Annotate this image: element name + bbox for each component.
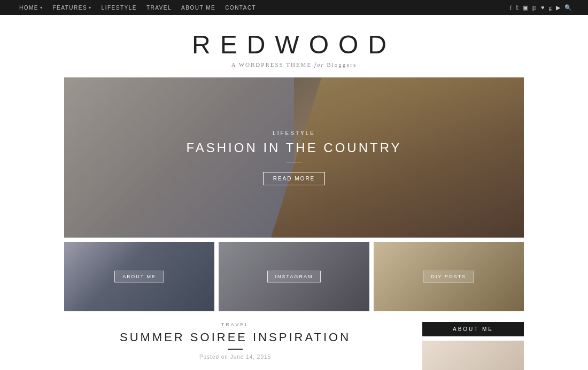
hero-title: FASHION IN THE COUNTRY (186, 140, 401, 155)
twitter-icon[interactable]: 𝕥 (516, 4, 519, 11)
sidebar-about-me-title: ABOUT ME (422, 322, 524, 336)
site-title: REDWOOD (0, 30, 588, 59)
sidebar: ABOUT ME (422, 322, 524, 370)
main-nav: HOME ▾ FEATURES ▾ LIFESTYLE TRAVEL ABOUT… (0, 0, 588, 15)
facebook-icon[interactable]: f (509, 4, 512, 11)
nav-travel[interactable]: TRAVEL (143, 5, 175, 11)
thumbnail-about-me[interactable]: ABOUT ME (64, 242, 214, 311)
googleplus-icon[interactable]: g (549, 4, 552, 11)
thumbnail-diy-label: DIY POSTS (423, 271, 474, 282)
instagram-icon[interactable]: ▣ (523, 4, 528, 11)
heart-icon[interactable]: ♥ (541, 4, 545, 11)
social-icons: f 𝕥 ▣ 𝕡 ♥ g ▶ 🔍 (509, 4, 572, 11)
post-category: TRAVEL (64, 322, 406, 327)
main-content: TRAVEL SUMMER SOIREE INSPIRATION Posted … (64, 322, 406, 370)
thumbnail-instagram-label: INSTAGRAM (267, 271, 321, 282)
nav-lifestyle[interactable]: LIFESTYLE (98, 5, 140, 11)
hero-overlay: LIFESTYLE FASHION IN THE COUNTRY READ MO… (64, 77, 524, 238)
hero-divider (286, 162, 302, 162)
thumbnail-diy-posts[interactable]: DIY POSTS (374, 242, 524, 311)
thumbnail-instagram[interactable]: INSTAGRAM (219, 242, 369, 311)
search-icon[interactable]: 🔍 (564, 4, 572, 11)
home-chevron-icon: ▾ (40, 5, 43, 10)
features-chevron-icon: ▾ (89, 5, 92, 10)
thumbnail-about-me-label: ABOUT ME (114, 271, 164, 282)
rss-icon[interactable]: ▶ (556, 4, 560, 11)
site-tagline: A WORDPRESS THEME for Bloggers (0, 61, 588, 68)
nav-about[interactable]: ABOUT ME (178, 5, 219, 11)
hero-read-more-button[interactable]: READ MORE (263, 172, 326, 185)
hero-category: LIFESTYLE (273, 130, 315, 136)
nav-links: HOME ▾ FEATURES ▾ LIFESTYLE TRAVEL ABOUT… (16, 5, 259, 11)
hero-image: LIFESTYLE FASHION IN THE COUNTRY READ MO… (64, 77, 524, 238)
thumbnail-grid: ABOUT ME INSTAGRAM DIY POSTS (64, 242, 524, 311)
nav-contact[interactable]: CONTACT (222, 5, 259, 11)
nav-home[interactable]: HOME ▾ (16, 5, 47, 11)
sidebar-about-me-image (422, 341, 524, 370)
pinterest-icon[interactable]: 𝕡 (532, 4, 537, 11)
post-divider (228, 349, 243, 350)
post-title[interactable]: SUMMER SOIREE INSPIRATION (64, 330, 406, 344)
nav-features[interactable]: FEATURES ▾ (50, 5, 95, 11)
post-date: Posted on June 14, 2015 (64, 354, 406, 360)
site-header: REDWOOD A WORDPRESS THEME for Bloggers (0, 15, 588, 77)
content-area: TRAVEL SUMMER SOIREE INSPIRATION Posted … (64, 311, 524, 370)
